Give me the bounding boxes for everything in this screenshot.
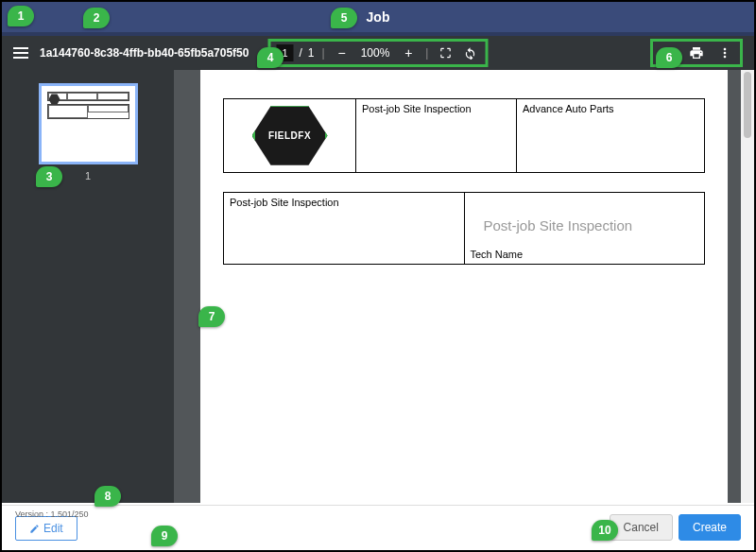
header-table: FIELDFX Post-job Site Inspection Advance… — [223, 98, 705, 173]
app-header: Job — [2, 2, 754, 36]
download-button[interactable] — [659, 43, 678, 62]
document-page: FIELDFX Post-job Site Inspection Advance… — [200, 70, 728, 503]
body-table: Post-job Site Inspection Post-job Site I… — [223, 192, 705, 265]
more-button[interactable] — [715, 43, 734, 62]
document-viewport[interactable]: FIELDFX Post-job Site Inspection Advance… — [174, 70, 741, 503]
page-total: 1 — [308, 46, 315, 60]
watermark-text: Post-job Site Inspection — [484, 217, 633, 233]
menu-icon[interactable] — [13, 47, 28, 59]
scrollbar[interactable] — [741, 70, 754, 503]
body-cell-right: Post-job Site Inspection Tech Name — [464, 193, 705, 265]
main-area: 1 FIELDFX Post-job Site Inspection Advan… — [2, 70, 754, 503]
zoom-out-button[interactable]: − — [333, 43, 352, 62]
footer-bar: Version : 1.501/250 Edit Cancel Create — [2, 505, 754, 550]
body-cell-left: Post-job Site Inspection — [224, 193, 465, 265]
zoom-in-button[interactable]: + — [399, 43, 418, 62]
page-input[interactable] — [277, 44, 294, 61]
edit-button[interactable]: Edit — [15, 516, 77, 541]
header-cell-title: Post-job Site Inspection — [356, 99, 517, 173]
create-button[interactable]: Create — [679, 514, 741, 541]
tech-name-label: Tech Name — [471, 249, 524, 260]
zoom-value: 100% — [357, 46, 394, 60]
toolbar-center-group: / 1 | − 100% + | — [268, 39, 489, 67]
thumbnail-sidebar: 1 — [2, 70, 174, 503]
pdf-toolbar: 1a144760-8c38-4ffb-bb40-65fb5a705f50 / 1… — [2, 36, 754, 70]
toolbar-right-group — [650, 39, 743, 67]
filename: 1a144760-8c38-4ffb-bb40-65fb5a705f50 — [40, 46, 249, 60]
cancel-button[interactable]: Cancel — [610, 514, 673, 541]
fieldfx-logo: FIELDFX — [252, 104, 328, 168]
pencil-icon — [29, 524, 40, 534]
header-title: Job — [367, 9, 390, 25]
page-thumbnail[interactable] — [39, 83, 138, 164]
thumbnail-page-number: 1 — [85, 170, 91, 181]
page-sep: / — [300, 46, 302, 60]
version-text: Version : 1.501/250 — [15, 509, 89, 519]
logo-cell: FIELDFX — [224, 99, 356, 173]
rotate-button[interactable] — [460, 43, 479, 62]
header-cell-customer: Advance Auto Parts — [517, 99, 705, 173]
print-button[interactable] — [687, 43, 706, 62]
fit-page-button[interactable] — [436, 43, 455, 62]
